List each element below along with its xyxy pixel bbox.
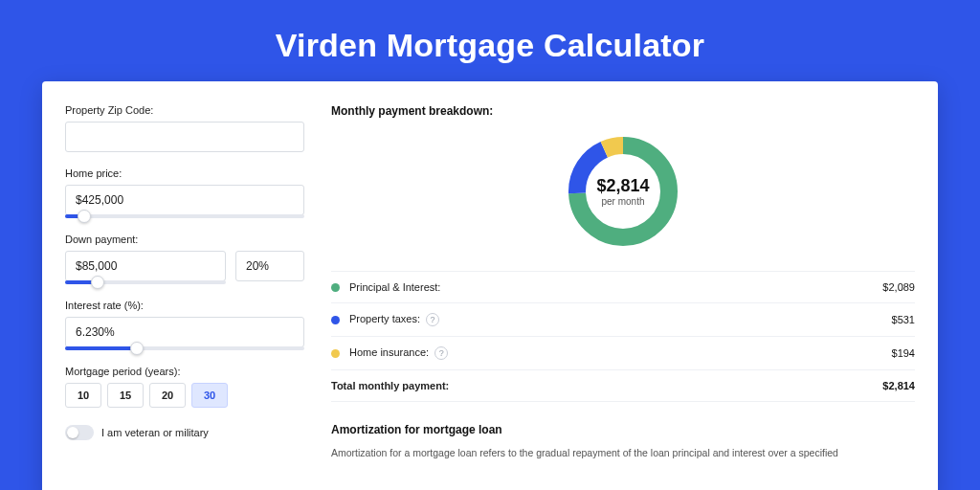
- donut-value: $2,814: [596, 176, 649, 196]
- rate-slider[interactable]: [65, 346, 304, 350]
- veteran-field: I am veteran or military: [65, 425, 304, 440]
- period-option-20[interactable]: 20: [149, 383, 186, 408]
- page-header: Virden Mortgage Calculator: [0, 0, 980, 81]
- legend-name: Principal & Interest:: [349, 281, 882, 293]
- down-label: Down payment:: [65, 234, 304, 245]
- total-value: $2,814: [882, 380, 915, 391]
- legend-row: Principal & Interest:$2,089: [331, 272, 915, 303]
- rate-input[interactable]: [65, 317, 304, 347]
- amortization-title: Amortization for mortgage loan: [331, 423, 915, 436]
- help-icon[interactable]: ?: [426, 313, 439, 326]
- legend-row: Property taxes:?$531: [331, 303, 915, 337]
- breakdown-title: Monthly payment breakdown:: [331, 104, 915, 118]
- price-label: Home price:: [65, 167, 304, 179]
- rate-label: Interest rate (%):: [65, 300, 304, 311]
- legend-dot-icon: [331, 349, 340, 358]
- zip-field: Property Zip Code:: [65, 104, 304, 152]
- legend-name: Home insurance:?: [349, 346, 892, 360]
- legend-value: $194: [892, 347, 915, 359]
- legend-total-row: Total monthly payment:$2,814: [331, 370, 915, 402]
- period-options: 10152030: [65, 383, 304, 408]
- price-field: Home price:: [65, 167, 304, 218]
- legend-name: Property taxes:?: [349, 313, 892, 326]
- zip-input[interactable]: [65, 122, 304, 152]
- zip-label: Property Zip Code:: [65, 104, 304, 116]
- amortization-body: Amortization for a mortgage loan refers …: [331, 446, 915, 461]
- legend-dot-icon: [331, 316, 340, 324]
- donut-chart: $2,814 per month: [331, 129, 915, 254]
- toggle-knob-icon: [67, 427, 78, 438]
- price-slider[interactable]: [65, 214, 304, 218]
- period-option-15[interactable]: 15: [107, 383, 144, 408]
- price-input[interactable]: [65, 185, 304, 215]
- amortization-section: Amortization for mortgage loan Amortizat…: [331, 423, 915, 461]
- page-title: Virden Mortgage Calculator: [0, 27, 980, 64]
- donut-center: $2,814 per month: [561, 129, 685, 254]
- down-input[interactable]: [65, 251, 226, 281]
- form-column: Property Zip Code: Home price: Down paym…: [65, 104, 304, 461]
- total-label: Total monthly payment:: [331, 380, 882, 391]
- legend-dot-icon: [331, 283, 340, 292]
- breakdown-column: Monthly payment breakdown: $2,814 per mo…: [331, 104, 915, 461]
- legend-value: $2,089: [882, 281, 915, 293]
- veteran-toggle[interactable]: [65, 425, 94, 440]
- donut-sub: per month: [601, 196, 644, 207]
- period-field: Mortgage period (years): 10152030: [65, 366, 304, 408]
- down-field: Down payment:: [65, 234, 304, 284]
- period-label: Mortgage period (years):: [65, 366, 304, 377]
- period-option-10[interactable]: 10: [65, 383, 101, 408]
- down-pct-input[interactable]: [235, 251, 304, 281]
- legend: Principal & Interest:$2,089Property taxe…: [331, 271, 915, 402]
- veteran-label: I am veteran or military: [101, 427, 209, 438]
- legend-value: $531: [892, 314, 915, 325]
- period-option-30[interactable]: 30: [191, 383, 228, 408]
- rate-field: Interest rate (%):: [65, 300, 304, 350]
- legend-row: Home insurance:?$194: [331, 337, 915, 370]
- help-icon[interactable]: ?: [434, 346, 448, 360]
- down-slider[interactable]: [65, 280, 226, 284]
- calculator-card: Property Zip Code: Home price: Down paym…: [42, 81, 938, 490]
